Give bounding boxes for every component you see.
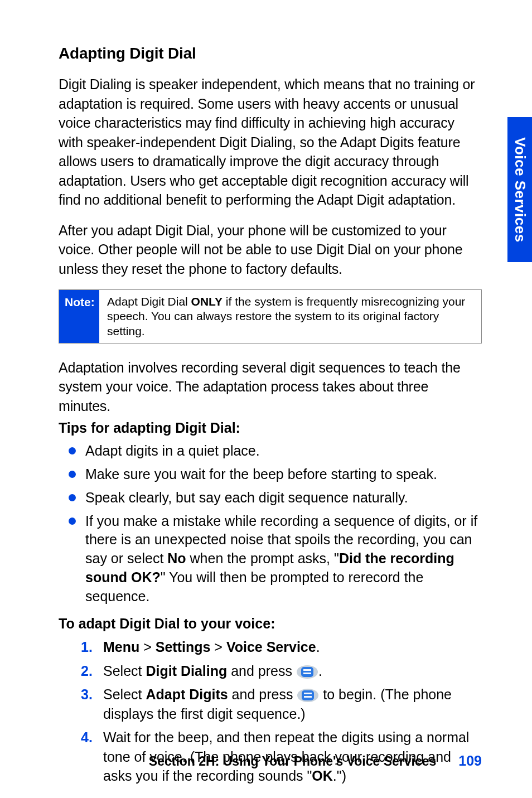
note-box: Note: Adapt Digit Dial ONLY if the syste…	[59, 289, 482, 344]
page-footer: Section 2H: Using Your Phone's Voice Ser…	[0, 753, 532, 769]
svg-rect-7	[304, 696, 312, 698]
list-item: Make sure you wait for the beep before s…	[85, 465, 482, 484]
step-text-end: .	[318, 663, 322, 679]
tip-text-mid: when the prompt asks, "	[186, 550, 339, 566]
page-container: Voice Services Adapting Digit Dial Digit…	[0, 0, 532, 798]
step-menu: Menu	[103, 639, 139, 655]
tip-no: No	[167, 550, 186, 566]
tip-text: Adapt digits in a quiet place.	[85, 443, 260, 458]
svg-rect-1	[301, 667, 313, 677]
footer-page-number: 109	[458, 753, 482, 769]
step-number: 3.	[81, 685, 93, 704]
side-tab-label: Voice Services	[511, 137, 529, 243]
menu-ok-button-icon	[296, 665, 318, 679]
side-tab: Voice Services	[507, 117, 532, 262]
step-settings: Settings	[156, 639, 211, 655]
tips-heading: Tips for adapting Digit Dial:	[59, 420, 482, 436]
note-text-pre: Adapt Digit Dial	[107, 295, 191, 308]
svg-rect-2	[303, 669, 311, 671]
step-text-pre: Select	[103, 686, 146, 702]
footer-section-label: Section 2H: Using Your Phone's Voice Ser…	[149, 754, 436, 769]
svg-rect-6	[304, 693, 312, 694]
intro-paragraph-1: Digit Dialing is speaker independent, wh…	[59, 75, 482, 210]
tip-text: Make sure you wait for the beep before s…	[85, 466, 437, 482]
step-number: 2.	[81, 661, 93, 681]
tips-list: Adapt digits in a quiet place. Make sure…	[59, 442, 482, 606]
step-voiceservice: Voice Service	[226, 639, 316, 655]
menu-ok-button-icon	[297, 688, 319, 703]
svg-rect-5	[302, 690, 314, 700]
list-item: 3. Select Adapt Digits and press to begi…	[81, 685, 482, 723]
list-item: Adapt digits in a quiet place.	[85, 442, 482, 461]
step-ok: OK	[312, 768, 333, 784]
note-label: Note:	[59, 290, 99, 343]
list-item: 1. Menu > Settings > Voice Service.	[81, 637, 482, 657]
intro-paragraph-2: After you adapt Digit Dial, your phone w…	[59, 221, 482, 279]
step-text-post: .")	[333, 768, 346, 784]
list-item: Speak clearly, but say each digit sequen…	[85, 489, 482, 507]
step-text-mid: and press	[228, 686, 297, 702]
step-text-pre: Select	[103, 663, 146, 679]
step-end: .	[316, 639, 320, 655]
list-item: If you make a mistake while recording a …	[85, 512, 482, 606]
step-gt: >	[210, 639, 226, 655]
step-gt: >	[139, 639, 156, 655]
note-body: Adapt Digit Dial ONLY if the system is f…	[99, 290, 481, 343]
step-adaptdigits: Adapt Digits	[146, 686, 228, 702]
list-item: 2. Select Digit Dialing and press .	[81, 661, 482, 681]
svg-rect-3	[303, 673, 311, 674]
note-text-only: ONLY	[191, 295, 223, 308]
toadapt-heading: To adapt Digit Dial to your voice:	[59, 616, 482, 632]
step-text-mid: and press	[227, 663, 296, 679]
tip-text: Speak clearly, but say each digit sequen…	[85, 490, 408, 505]
step-number: 1.	[81, 637, 93, 657]
page-heading: Adapting Digit Dial	[59, 45, 482, 62]
step-number: 4.	[81, 728, 93, 747]
adaptation-paragraph: Adaptation involves recording several di…	[59, 358, 482, 416]
step-digitdialing: Digit Dialing	[146, 663, 227, 679]
